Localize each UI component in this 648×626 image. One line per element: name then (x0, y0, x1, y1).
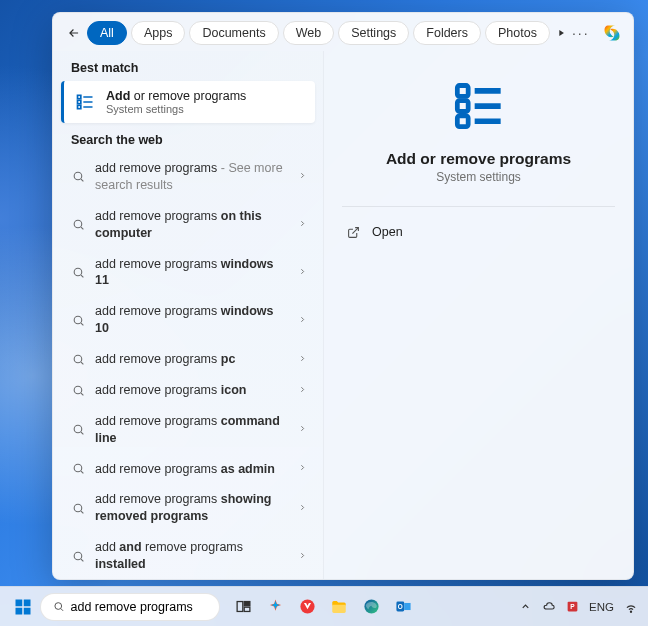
web-result[interactable]: add and remove programs installed (53, 532, 323, 579)
svg-point-20 (74, 465, 82, 473)
section-title-web: Search the web (53, 123, 323, 153)
svg-line-32 (352, 227, 358, 233)
open-action[interactable]: Open (342, 219, 615, 245)
filter-tab-documents[interactable]: Documents (189, 21, 278, 45)
svg-point-8 (74, 220, 82, 228)
svg-point-14 (74, 355, 82, 363)
web-result[interactable]: add remove programs showing removed prog… (53, 484, 323, 532)
search-icon (71, 218, 85, 231)
svg-rect-0 (78, 95, 81, 98)
svg-point-22 (74, 504, 82, 512)
web-result[interactable]: add remove programs pc (53, 344, 323, 375)
preview-subtitle: System settings (436, 170, 521, 184)
web-result-text: add remove programs showing removed prog… (95, 491, 287, 525)
search-icon (53, 600, 65, 613)
start-button[interactable] (10, 594, 36, 620)
svg-line-25 (81, 559, 83, 561)
web-result-text: add remove programs windows 11 (95, 256, 287, 290)
filter-tab-folders[interactable]: Folders (413, 21, 481, 45)
tray-onedrive-icon[interactable] (541, 599, 556, 614)
svg-rect-35 (16, 607, 23, 614)
search-icon (71, 353, 85, 366)
taskbar-app-explorer[interactable] (324, 592, 354, 622)
web-result[interactable]: add remove programs as admin (53, 454, 323, 485)
chevron-right-icon[interactable] (297, 424, 307, 435)
open-action-label: Open (372, 225, 403, 239)
taskbar-search[interactable] (40, 593, 220, 621)
filter-tab-all[interactable]: All (87, 21, 127, 45)
preview-programs-icon (453, 79, 505, 134)
svg-text:O: O (397, 603, 402, 610)
section-title-best-match: Best match (53, 51, 323, 81)
search-icon (71, 314, 85, 327)
chevron-right-icon[interactable] (297, 551, 307, 562)
taskbar-search-input[interactable] (71, 600, 207, 614)
svg-point-49 (630, 611, 631, 612)
search-icon (71, 423, 85, 436)
best-match-title: Add or remove programs (106, 89, 246, 103)
taskbar-app-outlook[interactable]: O (388, 592, 418, 622)
svg-line-19 (81, 432, 83, 434)
chevron-right-icon[interactable] (297, 385, 307, 396)
chevron-right-icon[interactable] (297, 354, 307, 365)
svg-rect-4 (78, 105, 81, 108)
taskbar-app-copilot[interactable] (260, 592, 290, 622)
taskbar-app-taskview[interactable] (228, 592, 258, 622)
taskbar: O P ENG (0, 586, 648, 626)
taskbar-app-edge[interactable] (356, 592, 386, 622)
search-icon (71, 550, 85, 563)
web-result[interactable]: add remove programs windows 10 (53, 296, 323, 344)
search-icon (71, 266, 85, 279)
svg-line-15 (81, 362, 83, 364)
filter-tab-apps[interactable]: Apps (131, 21, 186, 45)
web-result-text: add remove programs - See more search re… (95, 160, 287, 194)
svg-rect-26 (457, 86, 468, 97)
svg-rect-28 (457, 101, 468, 112)
web-result[interactable]: add remove programs command line (53, 406, 323, 454)
tray-app-icon[interactable]: P (566, 600, 579, 613)
svg-rect-2 (78, 100, 81, 103)
svg-point-12 (74, 316, 82, 324)
filter-tabs: AllAppsDocumentsWebSettingsFoldersPhotos (87, 21, 550, 45)
results-pane: Best match Add or remove programs System… (53, 51, 323, 579)
filter-tab-web[interactable]: Web (283, 21, 334, 45)
web-result-text: add remove programs on this computer (95, 208, 287, 242)
filter-tab-settings[interactable]: Settings (338, 21, 409, 45)
chevron-right-icon[interactable] (297, 463, 307, 474)
taskbar-app-vivaldi[interactable] (292, 592, 322, 622)
search-icon (71, 462, 85, 475)
search-icon (71, 384, 85, 397)
preview-title: Add or remove programs (386, 150, 571, 168)
filter-tab-photos[interactable]: Photos (485, 21, 550, 45)
best-match-result[interactable]: Add or remove programs System settings (61, 81, 315, 123)
svg-point-10 (74, 268, 82, 276)
search-content: Best match Add or remove programs System… (53, 51, 633, 579)
more-options-button[interactable]: ··· (572, 25, 590, 41)
web-result-text: add and remove programs installed (95, 539, 287, 573)
web-result[interactable]: add remove programs on this computer (53, 201, 323, 249)
web-result[interactable]: add remove programs windows 11 (53, 249, 323, 297)
tray-chevron-icon[interactable] (520, 601, 531, 612)
preview-divider (342, 206, 615, 207)
web-result[interactable]: add remove programs icon (53, 375, 323, 406)
chevron-right-icon[interactable] (297, 171, 307, 182)
filter-more-button[interactable] (556, 28, 566, 38)
chevron-right-icon[interactable] (297, 267, 307, 278)
web-result[interactable]: add remove programs - See more search re… (53, 153, 323, 201)
svg-rect-33 (16, 599, 23, 606)
tray-wifi-icon[interactable] (624, 600, 638, 614)
chevron-right-icon[interactable] (297, 315, 307, 326)
svg-text:P: P (570, 603, 575, 610)
search-window: AllAppsDocumentsWebSettingsFoldersPhotos… (52, 12, 634, 580)
chevron-right-icon[interactable] (297, 503, 307, 514)
svg-line-13 (81, 323, 83, 325)
svg-line-17 (81, 393, 83, 395)
web-result-text: add remove programs pc (95, 351, 287, 368)
svg-rect-41 (244, 607, 250, 611)
svg-rect-40 (244, 602, 250, 606)
chevron-right-icon[interactable] (297, 219, 307, 230)
back-button[interactable] (67, 22, 81, 44)
web-result-text: add remove programs windows 10 (95, 303, 287, 337)
tray-language[interactable]: ENG (589, 601, 614, 613)
copilot-icon[interactable] (602, 23, 622, 43)
